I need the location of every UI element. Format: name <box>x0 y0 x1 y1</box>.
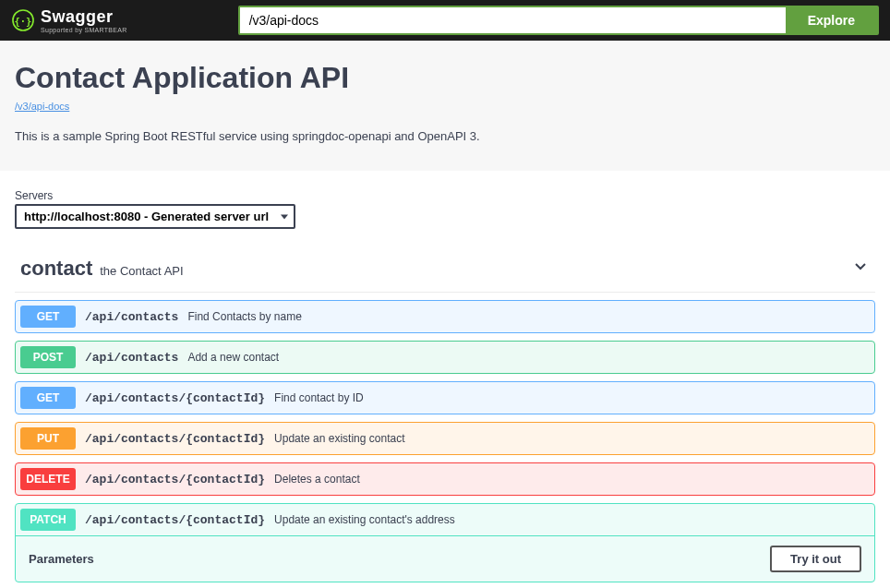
operation-path: /api/contacts <box>85 310 178 324</box>
operation-path: /api/contacts/{contactId} <box>85 513 265 527</box>
operation-summary: Update an existing contact <box>274 432 404 445</box>
operation-row: POST/api/contactsAdd a new contact <box>15 341 875 374</box>
operation-row: GET/api/contactsFind Contacts by name <box>15 300 875 333</box>
swagger-logo-icon: {·} <box>11 8 35 32</box>
api-title: Contact Application API <box>15 61 875 95</box>
info-section: Contact Application API /v3/api-docs Thi… <box>0 41 890 171</box>
method-badge: DELETE <box>20 468 76 490</box>
brand-subtext: Supported by SMARTBEAR <box>41 27 127 33</box>
parameters-heading: Parameters <box>29 552 94 566</box>
operation-path: /api/contacts <box>85 351 178 365</box>
operation-summary: Find Contacts by name <box>187 310 301 323</box>
operation-header[interactable]: PATCH/api/contacts/{contactId}Update an … <box>16 504 874 535</box>
operation-path: /api/contacts/{contactId} <box>85 391 265 405</box>
try-it-out-button[interactable]: Try it out <box>770 546 861 572</box>
operation-header[interactable]: POST/api/contactsAdd a new contact <box>16 342 874 373</box>
method-badge: PATCH <box>20 509 76 531</box>
operation-summary: Find contact by ID <box>274 391 364 404</box>
servers-section: Servers http://localhost:8080 - Generate… <box>0 171 890 238</box>
api-description: This is a sample Spring Boot RESTful ser… <box>15 129 875 143</box>
operation-header[interactable]: DELETE/api/contacts/{contactId}Deletes a… <box>16 463 874 495</box>
operation-path: /api/contacts/{contactId} <box>85 473 265 486</box>
operation-header[interactable]: GET/api/contactsFind Contacts by name <box>16 301 874 332</box>
topbar: {·} Swagger Supported by SMARTBEAR Explo… <box>0 0 890 41</box>
tag-description: the Contact API <box>100 264 183 278</box>
spec-url-form: Explore <box>238 6 879 35</box>
method-badge: PUT <box>20 427 76 450</box>
operation-row: GET/api/contacts/{contactId}Find contact… <box>15 381 875 414</box>
method-badge: GET <box>20 306 76 328</box>
operation-summary: Deletes a contact <box>274 473 360 486</box>
operation-summary: Update an existing contact's address <box>274 513 455 526</box>
operation-row: PUT/api/contacts/{contactId}Update an ex… <box>15 422 875 455</box>
spec-link[interactable]: /v3/api-docs <box>15 101 69 112</box>
explore-button[interactable]: Explore <box>786 7 877 33</box>
svg-text:{·}: {·} <box>15 16 32 27</box>
operation-row: DELETE/api/contacts/{contactId}Deletes a… <box>15 462 875 496</box>
tags-container: contact the Contact API GET/api/contacts… <box>0 238 890 588</box>
brand-block[interactable]: {·} Swagger Supported by SMARTBEAR <box>11 7 127 33</box>
operation-path: /api/contacts/{contactId} <box>85 432 265 446</box>
tag-header-contact[interactable]: contact the Contact API <box>15 246 875 293</box>
tag-name: contact <box>20 257 92 281</box>
operation-summary: Add a new contact <box>187 351 279 364</box>
operation-header[interactable]: PUT/api/contacts/{contactId}Update an ex… <box>16 423 874 454</box>
operations-list: GET/api/contactsFind Contacts by namePOS… <box>15 293 875 582</box>
chevron-down-icon <box>851 257 870 275</box>
brand-name: Swagger <box>41 7 114 26</box>
spec-url-input[interactable] <box>240 7 786 33</box>
servers-label: Servers <box>15 189 875 202</box>
operation-body: ParametersTry it out <box>16 535 874 582</box>
operation-header[interactable]: GET/api/contacts/{contactId}Find contact… <box>16 382 874 414</box>
method-badge: POST <box>20 346 76 368</box>
method-badge: GET <box>20 387 76 409</box>
operation-row: PATCH/api/contacts/{contactId}Update an … <box>15 503 875 582</box>
server-select[interactable]: http://localhost:8080 - Generated server… <box>15 204 295 229</box>
